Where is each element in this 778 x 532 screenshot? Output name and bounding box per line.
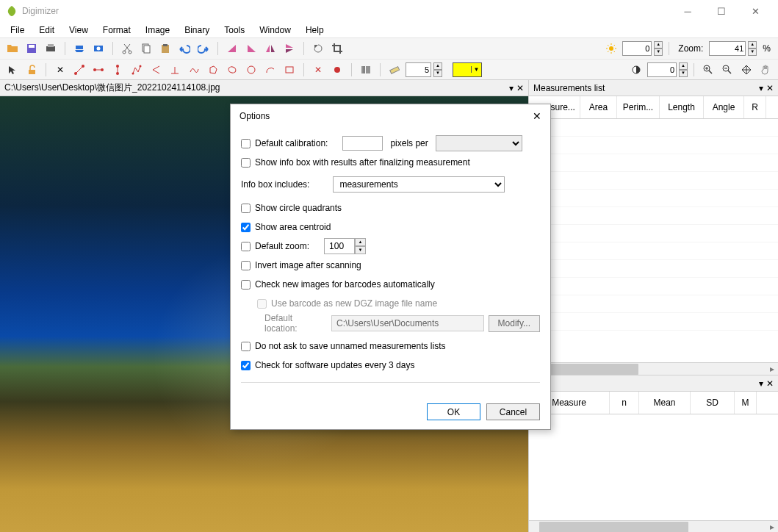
invert-image-checkbox[interactable]: Invert image after scanning bbox=[241, 260, 361, 270]
stats-dropdown-icon[interactable]: ▾ bbox=[759, 378, 763, 389]
contrast-down[interactable]: ▼ bbox=[679, 70, 688, 77]
stats-hscroll[interactable]: ▸ bbox=[529, 520, 778, 532]
lw-up[interactable]: ▲ bbox=[433, 62, 442, 70]
zoom-down[interactable]: ▼ bbox=[748, 48, 757, 56]
info-box-includes-select[interactable]: measurements bbox=[333, 176, 505, 193]
scol-m[interactable]: M bbox=[735, 392, 757, 414]
brightness-up[interactable]: ▲ bbox=[654, 41, 663, 48]
col-length[interactable]: Length bbox=[660, 96, 704, 118]
measurements-hscroll[interactable]: ▸ bbox=[529, 362, 778, 375]
open-icon[interactable] bbox=[4, 40, 21, 57]
col-area[interactable]: Area bbox=[580, 96, 617, 118]
stats-grid[interactable]: Measure n Mean SD M bbox=[529, 392, 778, 520]
window-minimize-button[interactable]: ─ bbox=[671, 0, 705, 22]
check-barcodes-checkbox[interactable]: Check new images for barcodes automatica… bbox=[241, 279, 435, 290]
unlock-icon[interactable] bbox=[24, 62, 40, 78]
menu-view[interactable]: View bbox=[62, 23, 96, 37]
copy-icon[interactable] bbox=[138, 40, 154, 57]
save-icon[interactable] bbox=[24, 40, 40, 57]
menu-edit[interactable]: Edit bbox=[32, 23, 62, 37]
delete-marker-icon[interactable]: ✕ bbox=[310, 62, 326, 78]
camera-icon[interactable] bbox=[90, 40, 107, 57]
vline-tool-icon[interactable] bbox=[109, 62, 126, 78]
show-area-centroid-checkbox[interactable]: Show area centroid bbox=[241, 222, 331, 232]
line-tool-icon[interactable] bbox=[71, 62, 87, 78]
brightness-down[interactable]: ▼ bbox=[654, 48, 663, 56]
zoom-spin-up[interactable]: ▲ bbox=[355, 238, 366, 246]
window-maximize-button[interactable]: ☐ bbox=[705, 0, 738, 22]
flip-v-icon[interactable] bbox=[281, 40, 298, 57]
closed-spline-icon[interactable] bbox=[224, 62, 240, 78]
menu-tools[interactable]: Tools bbox=[217, 23, 252, 37]
do-not-ask-save-checkbox[interactable]: Do not ask to save unnamed measurements … bbox=[241, 341, 445, 351]
modify-location-button[interactable]: Modify... bbox=[489, 315, 540, 332]
col-r[interactable]: R bbox=[744, 96, 766, 118]
hand-icon[interactable] bbox=[757, 62, 774, 78]
scol-mean[interactable]: Mean bbox=[639, 392, 691, 414]
rotate-free-icon[interactable] bbox=[310, 40, 326, 57]
rect-tool-icon[interactable] bbox=[281, 62, 298, 78]
angle-tool-icon[interactable] bbox=[148, 62, 164, 78]
calibration-unit-select[interactable] bbox=[436, 135, 522, 151]
flip-h-icon[interactable] bbox=[262, 40, 278, 57]
rotate-left-icon[interactable] bbox=[224, 40, 240, 57]
measurements-dropdown-icon[interactable]: ▾ bbox=[759, 83, 763, 93]
brightness-value[interactable] bbox=[622, 41, 652, 56]
calibration-value-input[interactable] bbox=[342, 136, 383, 151]
crop-icon[interactable] bbox=[329, 40, 345, 57]
paste-icon[interactable] bbox=[157, 40, 173, 57]
zoom-spin-down[interactable]: ▼ bbox=[355, 246, 366, 254]
col-perim[interactable]: Perim... bbox=[617, 96, 660, 118]
show-circle-quadrants-checkbox[interactable]: Show circle quadrants bbox=[241, 203, 342, 213]
measurements-grid[interactable]: Measure... Area Perim... Length Angle R bbox=[529, 96, 778, 362]
menu-window[interactable]: Window bbox=[252, 23, 298, 37]
pathbar-close-icon[interactable]: ✕ bbox=[516, 83, 524, 93]
hline-tool-icon[interactable] bbox=[90, 62, 107, 78]
print-icon[interactable] bbox=[43, 40, 59, 57]
zoom-out-icon[interactable] bbox=[719, 62, 735, 78]
cut-icon[interactable] bbox=[119, 40, 135, 57]
use-barcode-name-checkbox[interactable]: Use barcode as new DGZ image file name bbox=[257, 298, 437, 309]
window-close-button[interactable]: ✕ bbox=[738, 0, 772, 22]
contrast-up[interactable]: ▲ bbox=[679, 62, 688, 70]
menu-binary[interactable]: Binary bbox=[177, 23, 217, 37]
pointer-tool-icon[interactable] bbox=[4, 62, 21, 78]
contrast-icon[interactable] bbox=[628, 62, 644, 78]
dialog-close-icon[interactable]: ✕ bbox=[533, 110, 541, 122]
pan-icon[interactable] bbox=[738, 62, 754, 78]
line-width-value[interactable] bbox=[406, 62, 431, 77]
contrast-value[interactable] bbox=[647, 62, 677, 77]
measurements-close-icon[interactable]: ✕ bbox=[766, 83, 774, 93]
arc-tool-icon[interactable] bbox=[262, 62, 278, 78]
stats-close-icon[interactable]: ✕ bbox=[766, 378, 774, 389]
col-angle[interactable]: Angle bbox=[704, 96, 744, 118]
zoom-in-icon[interactable] bbox=[700, 62, 716, 78]
default-zoom-checkbox[interactable]: Default zoom: bbox=[241, 241, 309, 251]
scol-n[interactable]: n bbox=[610, 392, 639, 414]
lw-down[interactable]: ▼ bbox=[433, 70, 442, 77]
ok-button[interactable]: OK bbox=[427, 403, 480, 420]
default-zoom-input[interactable] bbox=[324, 238, 355, 254]
freehand-tool-icon[interactable] bbox=[186, 62, 202, 78]
menu-file[interactable]: File bbox=[3, 23, 32, 37]
scanner-icon[interactable] bbox=[71, 40, 87, 57]
check-updates-checkbox[interactable]: Check for software updates every 3 days bbox=[241, 360, 414, 370]
marker-tool-icon[interactable]: ✕ bbox=[52, 62, 68, 78]
perp-tool-icon[interactable] bbox=[167, 62, 183, 78]
ruler-icon[interactable] bbox=[386, 62, 403, 78]
rotate-right-icon[interactable] bbox=[243, 40, 259, 57]
brightness-icon[interactable] bbox=[603, 40, 619, 57]
zoom-up[interactable]: ▲ bbox=[748, 41, 757, 48]
menu-image[interactable]: Image bbox=[138, 23, 177, 37]
circle-tool-icon[interactable] bbox=[243, 62, 259, 78]
menu-format[interactable]: Format bbox=[96, 23, 138, 37]
zoom-value[interactable] bbox=[709, 41, 746, 56]
scol-sd[interactable]: SD bbox=[691, 392, 735, 414]
barcode-icon[interactable] bbox=[358, 62, 374, 78]
dot-marker-icon[interactable] bbox=[329, 62, 345, 78]
polygon-tool-icon[interactable] bbox=[205, 62, 221, 78]
color-picker[interactable]: ▼ bbox=[453, 62, 482, 77]
cancel-button[interactable]: Cancel bbox=[486, 403, 540, 420]
pathbar-dropdown-icon[interactable]: ▾ bbox=[509, 83, 514, 93]
undo-icon[interactable] bbox=[176, 40, 192, 57]
